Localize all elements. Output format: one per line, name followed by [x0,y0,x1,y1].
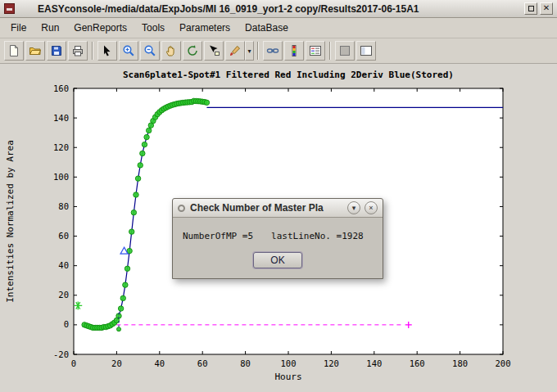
dialog-shade-button[interactable]: ▾ [347,201,360,214]
new-document-icon [7,44,20,57]
menu-run[interactable]: Run [34,19,66,37]
figure-area: Scan6plate1-Spot#1 Filtered Red Includin… [0,64,557,392]
chevron-down-icon: ▾ [352,204,356,212]
svg-text:Hours: Hours [274,372,301,382]
svg-text:0: 0 [64,319,69,329]
open-folder-icon [29,44,42,57]
brush-button[interactable] [225,41,245,61]
toolbar-separator [92,42,93,60]
toolbar: ▾ [0,38,557,64]
menu-genreports[interactable]: GenReports [66,19,134,37]
edit-arrow-icon [101,44,114,57]
titlebar: EASYconsole-/media/data/ExpJobs/MI 16_09… [0,0,557,18]
svg-text:160: 160 [53,83,69,93]
maximize-button[interactable] [524,2,537,15]
pan-button[interactable] [161,41,181,61]
zoom-in-button[interactable] [119,41,138,61]
ok-button[interactable]: OK [253,252,301,268]
dialog-status-icon [178,205,185,212]
save-button[interactable] [47,41,66,61]
svg-text:140: 140 [53,113,69,123]
pan-hand-icon [165,44,178,57]
open-folder-button[interactable] [25,41,45,61]
svg-text:80: 80 [240,358,251,368]
svg-text:Intensities Normalized by Area: Intensities Normalized by Area [5,140,16,303]
menubar: File Run GenReports Tools Parameters Dat… [0,18,557,38]
menu-database[interactable]: DataBase [238,19,296,37]
window-title: EASYconsole-/media/data/ExpJobs/MI 16_09… [38,3,522,15]
svg-text:100: 100 [53,172,69,182]
data-cursor-icon [207,44,220,57]
show-plot-tools-icon [360,44,373,57]
close-icon: × [369,204,373,212]
svg-text:60: 60 [197,358,208,368]
hide-plot-tools-icon [338,44,351,57]
data-cursor-button[interactable] [204,41,224,61]
brush-icon [229,44,242,57]
zoom-out-button[interactable] [140,41,160,61]
dialog-body: NumberOfMP =5lastLineNo. =1928 OK [173,218,383,278]
zoom-in-icon [122,44,135,57]
menu-tools[interactable]: Tools [134,19,172,37]
toolbar-separator [257,42,259,60]
check-master-plates-dialog: Check Number of Master Pla ▾ × NumberOfM… [172,198,383,279]
number-of-mp-value: NumberOfMP =5 [183,231,253,241]
link-plots-button[interactable] [263,41,283,61]
svg-text:180: 180 [452,358,468,368]
rotate-3d-button[interactable] [183,41,202,61]
insert-colorbar-button[interactable] [284,41,304,61]
svg-text:200: 200 [496,358,511,368]
svg-text:Scan6plate1-Spot#1 Filtered Re: Scan6plate1-Spot#1 Filtered Red Includin… [123,70,454,80]
svg-text:40: 40 [154,358,165,368]
last-line-no-value: lastLineNo. =1928 [271,231,364,241]
insert-colorbar-icon [288,44,301,57]
rotate-3d-icon [186,44,199,57]
close-icon: ✕ [543,3,550,12]
brush-dropdown-button[interactable]: ▾ [245,41,254,61]
close-button[interactable]: ✕ [540,2,553,15]
show-plot-tools-button[interactable] [356,41,376,61]
dialog-message: NumberOfMP =5lastLineNo. =1928 [183,231,373,241]
menu-file[interactable]: File [3,19,34,37]
print-icon [71,44,84,57]
svg-text:140: 140 [366,358,382,368]
insert-legend-icon [309,44,322,57]
dialog-titlebar[interactable]: Check Number of Master Pla ▾ × [173,199,383,218]
print-button[interactable] [68,41,88,61]
svg-text:160: 160 [410,358,425,368]
svg-text:80: 80 [58,201,69,211]
svg-text:20: 20 [111,358,122,368]
insert-legend-button[interactable] [306,41,325,61]
save-icon [50,44,63,57]
new-document-button[interactable] [4,41,24,61]
svg-text:120: 120 [324,358,339,368]
svg-text:60: 60 [58,231,69,241]
app-icon[interactable] [4,3,15,14]
svg-text:40: 40 [58,260,69,270]
menu-parameters[interactable]: Parameters [172,19,238,37]
brush-dropdown-caret-icon: ▾ [247,47,251,55]
toolbar-separator [329,42,331,60]
svg-text:120: 120 [53,142,69,152]
dialog-title: Check Number of Master Pla [190,202,343,214]
svg-text:100: 100 [281,358,297,368]
hide-plot-tools-button[interactable] [335,41,355,61]
edit-plot-button[interactable] [97,41,117,61]
zoom-out-icon [143,44,156,57]
dialog-close-button[interactable]: × [365,201,378,214]
link-plots-icon [266,44,279,57]
svg-text:0: 0 [71,358,76,368]
svg-text:20: 20 [58,290,69,300]
svg-text:-20: -20 [53,349,69,359]
application-window: EASYconsole-/media/data/ExpJobs/MI 16_09… [0,0,557,392]
maximize-icon [528,6,534,11]
